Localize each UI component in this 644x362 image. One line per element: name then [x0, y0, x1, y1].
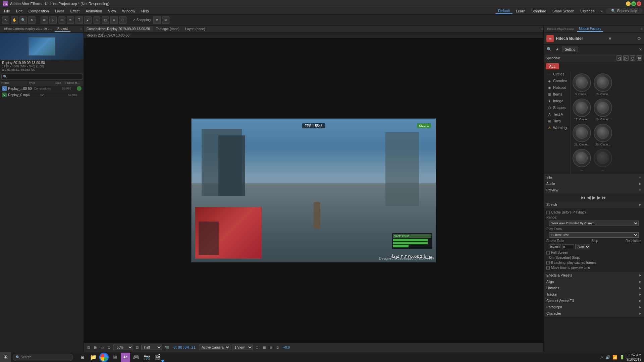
taskbar-taskview[interactable]: ⊞: [78, 353, 87, 362]
tool-zoom[interactable]: 🔍: [19, 16, 27, 24]
viewer-quality-select[interactable]: Half Full Quarter: [141, 345, 162, 350]
category-circles[interactable]: ○ Circles: [546, 71, 568, 77]
knob-item[interactable]: ...: [573, 149, 591, 171]
tab-composition[interactable]: Composition: Replay 2019-09-09 13-00-50: [84, 26, 153, 32]
work-area-select[interactable]: Work Area Extended By Current...: [549, 221, 639, 226]
knob-circle-5[interactable]: [573, 124, 591, 142]
tool-text[interactable]: T: [75, 16, 83, 24]
workspace-libraries[interactable]: Libraries: [578, 8, 597, 14]
viewer-views-select[interactable]: 1 View 2 Views: [232, 345, 253, 350]
taskbar-ae[interactable]: Ae: [121, 353, 130, 362]
prev-last-btn[interactable]: ⏭: [602, 195, 607, 200]
knob-item[interactable]: 16. Circle...: [594, 99, 612, 121]
hitech-all-btn[interactable]: ALL: [546, 63, 559, 69]
audio-section-header[interactable]: Audio ▶: [544, 181, 644, 187]
knob-item[interactable]: 21. Circle...: [573, 124, 591, 146]
viewer-3d-btn[interactable]: ⬡: [254, 345, 260, 350]
viewer-camera-select[interactable]: Active Camera: [199, 345, 230, 350]
tool-hand[interactable]: ✋: [11, 16, 18, 24]
full-screen-checkbox[interactable]: [546, 251, 550, 254]
category-hotspot[interactable]: ◉ Hotspot: [546, 84, 568, 91]
workspace-learn[interactable]: Learn: [513, 8, 528, 14]
tool-pen[interactable]: ✒: [67, 16, 74, 24]
taskbar-wifi-icon[interactable]: 📶: [612, 355, 618, 360]
hitech-setting-btn[interactable]: Setting: [562, 47, 578, 52]
taskbar-volume-icon[interactable]: 🔊: [605, 355, 610, 360]
taskbar-chrome[interactable]: [99, 353, 109, 362]
tool-graph[interactable]: ≋: [162, 16, 169, 24]
tracker-header[interactable]: Tracker ▶: [544, 291, 644, 298]
workspace-more[interactable]: »: [598, 8, 605, 14]
cache-before-playback-checkbox[interactable]: [546, 211, 550, 214]
preview-section-header[interactable]: Preview ▼: [544, 187, 644, 193]
character-header[interactable]: Character ▶: [544, 310, 644, 317]
maximize-button[interactable]: ⊡: [631, 1, 636, 6]
knob-circle-3[interactable]: [573, 99, 591, 117]
info-section-header[interactable]: Info ▼: [544, 174, 644, 181]
category-text-a[interactable]: A Text A: [546, 111, 568, 118]
stretch-section-header[interactable]: Stretch ▶: [544, 201, 644, 208]
knob-circle-2[interactable]: [594, 73, 612, 92]
menu-file[interactable]: File: [1, 8, 13, 14]
menu-animation[interactable]: Animation: [83, 8, 105, 14]
knob-circle-4[interactable]: [594, 99, 612, 117]
menu-edit[interactable]: Edit: [13, 8, 25, 14]
tab-plexus[interactable]: Plexus Object Panel: [545, 27, 576, 32]
toolbar-search[interactable]: 🔍 Search Help: [606, 8, 643, 14]
viewer-layer-btn[interactable]: ▦: [261, 345, 267, 350]
category-comdex[interactable]: ◈ Comdex: [546, 77, 568, 84]
knob-item[interactable]: 3. Circle...: [573, 73, 591, 96]
viewer-render-btn[interactable]: ⊙: [275, 345, 280, 350]
workspace-default[interactable]: Default: [495, 8, 513, 14]
hitech-x-btn[interactable]: ✕: [639, 47, 642, 52]
spacebar-btn-4[interactable]: ⊠: [637, 55, 642, 61]
tab-motion-factory[interactable]: Motion Factory: [577, 26, 603, 32]
taskbar-battery-icon[interactable]: 🔋: [620, 355, 625, 360]
category-warning[interactable]: ⚠ Warning: [546, 124, 568, 131]
viewer-mask-btn[interactable]: ⊛: [268, 345, 274, 350]
tab-project[interactable]: Project: [55, 26, 70, 32]
knob-item[interactable]: 10. Circle...: [594, 73, 612, 96]
tool-pan-behind[interactable]: 🖊: [49, 16, 57, 24]
knob-circle-1[interactable]: [573, 73, 591, 92]
menu-help[interactable]: Help: [139, 8, 152, 14]
viewer-grid-btn[interactable]: ⊞: [93, 345, 98, 350]
workspace-standard[interactable]: Standard: [529, 8, 549, 14]
prev-play-btn[interactable]: ▶: [592, 195, 596, 200]
knob-item[interactable]: ...: [594, 149, 612, 171]
knob-circle-7[interactable]: [573, 149, 591, 167]
paragraph-header[interactable]: Paragraph ▶: [544, 304, 644, 310]
menu-effect[interactable]: Effect: [67, 8, 82, 14]
viewer-zoom-select[interactable]: 50% 100% 25%: [113, 345, 133, 350]
close-button[interactable]: ✕: [637, 1, 641, 6]
knob-item[interactable]: 12. Circle...: [573, 99, 591, 121]
libraries-header[interactable]: Libraries ▶: [544, 285, 644, 291]
workspace-small-screen[interactable]: Small Screen: [550, 8, 577, 14]
menu-composition[interactable]: Composition: [26, 8, 52, 14]
taskbar-network-icon[interactable]: △: [600, 355, 603, 360]
viewer-snap-btn[interactable]: ⊡: [86, 345, 91, 350]
list-item[interactable]: C Replay_...00-50 Composition 59.983: [0, 85, 84, 92]
taskbar-search-box[interactable]: 🔍 Search: [13, 354, 73, 361]
viewer-safe-btn[interactable]: ▭: [99, 345, 105, 350]
viewer-fit-btn[interactable]: ⊡: [135, 345, 140, 350]
knob-item[interactable]: 25. Circle...: [594, 124, 612, 146]
taskbar-start[interactable]: ⊞: [0, 352, 11, 362]
knob-circle-8[interactable]: [594, 149, 612, 167]
menu-window[interactable]: Window: [119, 8, 138, 14]
prev-forward-btn[interactable]: ▶: [597, 195, 601, 200]
tool-extras[interactable]: ⇄: [153, 16, 161, 24]
list-item[interactable]: V Replay_0.mp4 AVI 59.983: [0, 92, 84, 98]
move-time-checkbox[interactable]: [546, 266, 550, 269]
taskbar-mail[interactable]: ✉: [110, 353, 119, 362]
left-panel-menu[interactable]: ≡: [80, 27, 82, 31]
menu-layer[interactable]: Layer: [52, 8, 67, 14]
tool-clone[interactable]: ⎌: [93, 16, 100, 24]
category-infoga[interactable]: ℹ Infoga: [546, 98, 568, 104]
hitech-settings-btn[interactable]: ⚙: [637, 36, 641, 41]
play-from-select[interactable]: Current Time: [549, 232, 639, 238]
tool-rotate[interactable]: ↻: [28, 16, 36, 24]
hitech-collapse-btn[interactable]: ▼: [608, 36, 612, 41]
tool-track-camera[interactable]: ⊕: [41, 16, 48, 24]
tool-eraser[interactable]: ◻: [102, 16, 109, 24]
